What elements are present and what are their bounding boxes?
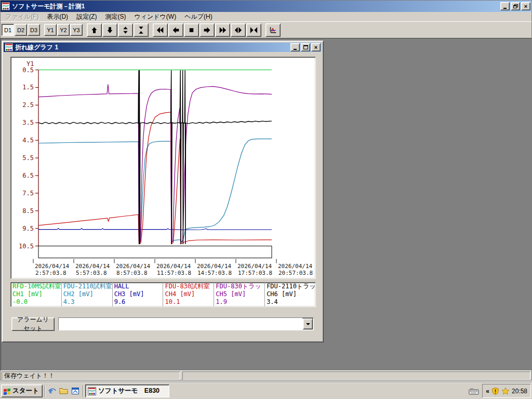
task-button-softthermo[interactable]: ソフトサーモ E830 <box>85 384 169 397</box>
menu-item[interactable]: 測定(S) <box>101 12 130 21</box>
shield-icon[interactable] <box>491 387 499 395</box>
line-chart: Y10.51.52.53.54.55.56.57.58.59.510.52026… <box>10 57 316 279</box>
up-arrow-button[interactable] <box>87 23 102 37</box>
toolbar-button-y1[interactable]: Y1 <box>44 24 57 36</box>
toolbar-button-y2[interactable]: Y2 <box>57 24 70 36</box>
left-arrow-icon <box>172 25 180 35</box>
legend-value: 3.4 <box>267 298 315 306</box>
expand-vertical-button[interactable] <box>118 23 133 37</box>
start-button[interactable]: スタート <box>1 384 43 397</box>
expand-horizontal-button[interactable] <box>231 23 246 37</box>
menu-item[interactable]: 表示(D) <box>43 12 72 21</box>
svg-text:11:57:03.8: 11:57:03.8 <box>157 270 191 276</box>
chart-canvas: Y10.51.52.53.54.55.56.57.58.59.510.52026… <box>11 57 314 277</box>
legend-channel: CH6 [mV] <box>267 290 315 298</box>
down-arrow-button[interactable] <box>102 23 117 37</box>
app-window: ソフトサーモ計測－計測1 × ファイル(F)表示(D)設定(Z)測定(S)ウィン… <box>0 0 532 380</box>
svg-text:2026/04/14: 2026/04/14 <box>35 263 70 270</box>
expand-vertical-icon <box>122 25 129 35</box>
legend-name: FDU-830試料室 <box>165 283 214 290</box>
taskbar-divider <box>44 385 45 397</box>
graph-minimize-button[interactable] <box>290 43 300 51</box>
svg-text:2.5: 2.5 <box>22 101 34 109</box>
graph-window-title: 折れ線グラフ 1 <box>15 43 289 52</box>
legend-channel: CH5 [mV] <box>216 290 264 298</box>
graph-close-button[interactable]: × <box>311 43 321 51</box>
collapse-vertical-button[interactable] <box>134 23 149 37</box>
minimize-button[interactable] <box>500 2 510 10</box>
skip-back-icon <box>156 25 164 35</box>
graph-maximize-button[interactable] <box>301 43 310 51</box>
left-arrow-button[interactable] <box>168 23 183 37</box>
right-arrow-button[interactable] <box>200 23 215 37</box>
window-icon[interactable] <box>70 384 81 397</box>
graph-window-titlebar[interactable]: 折れ線グラフ 1 × <box>4 43 322 52</box>
menu-item[interactable]: 設定(Z) <box>72 12 101 21</box>
legend-name: FDU-830トラッ <box>216 283 264 290</box>
svg-text:0.5: 0.5 <box>22 66 34 74</box>
svg-text:2:57:03.8: 2:57:03.8 <box>35 270 66 276</box>
windows-logo-icon <box>3 388 11 395</box>
keyboard-icon[interactable] <box>469 388 479 395</box>
legend-cell-ch3: HALLCH3 [mV]9.6 <box>113 283 164 307</box>
legend-channel: CH4 [mV] <box>165 290 214 298</box>
menu-item[interactable]: ウィンドウ(W) <box>130 12 180 21</box>
alarm-combobox[interactable] <box>58 317 314 330</box>
legend-name: HALL <box>114 283 163 290</box>
svg-text:10.5: 10.5 <box>19 243 34 250</box>
collapse-vertical-icon <box>137 25 145 35</box>
legend-channel: CH1 [mV] <box>12 290 61 298</box>
stop-icon <box>188 25 195 35</box>
graph-window: 折れ線グラフ 1 × Y10.51.52.53.54.55.56.57.58.5… <box>2 41 324 342</box>
legend-channel: CH2 [mV] <box>63 290 112 298</box>
app-icon <box>2 2 10 10</box>
chevron-down-icon <box>306 323 310 325</box>
alarm-combobox-value[interactable] <box>59 318 302 330</box>
ie-icon[interactable]: e <box>47 384 58 397</box>
close-button[interactable]: × <box>521 2 530 10</box>
legend-name: RFD-10MS試料室 <box>12 283 61 290</box>
toolbar-button-d3[interactable]: D3 <box>28 24 40 36</box>
tray-chevron[interactable]: « <box>486 388 489 395</box>
legend-value: 4.3 <box>63 298 112 306</box>
svg-text:6.5: 6.5 <box>22 172 34 179</box>
svg-text:9.5: 9.5 <box>22 225 34 232</box>
taskbar: スタート e ソフトサーモ E830 « 20:58 <box>0 382 532 399</box>
toolbar-button-d1[interactable]: D1 <box>2 24 14 36</box>
svg-text:5.5: 5.5 <box>22 154 34 162</box>
status-panel-right <box>182 371 530 380</box>
menu-item[interactable]: ヘルプ(H) <box>180 12 217 21</box>
menubar: ファイル(F)表示(D)設定(Z)測定(S)ウィンドウ(W)ヘルプ(H) <box>1 12 531 21</box>
collapse-horizontal-button[interactable] <box>246 23 261 37</box>
legend-cell-ch6: FDU-2110トラッCH6 [mV]3.4 <box>265 283 315 307</box>
skip-forward-button[interactable] <box>215 23 230 37</box>
svg-text:2026/04/14: 2026/04/14 <box>237 263 272 270</box>
graph-setup-button[interactable] <box>265 23 281 37</box>
restore-button[interactable] <box>511 2 520 10</box>
svg-text:8.5: 8.5 <box>22 207 34 215</box>
collapse-horizontal-icon <box>250 25 258 35</box>
menu-item[interactable]: ファイル(F) <box>1 12 43 21</box>
svg-text:4.5: 4.5 <box>22 137 34 144</box>
legend-name: FDU-2110トラッ <box>267 283 315 290</box>
svg-text:17:57:03.8: 17:57:03.8 <box>238 270 272 276</box>
svg-text:e: e <box>49 387 52 395</box>
svg-text:2026/04/14: 2026/04/14 <box>278 263 313 270</box>
skip-back-button[interactable] <box>153 23 168 37</box>
toolbar-button-d2[interactable]: D2 <box>15 24 27 36</box>
toolbar-button-y3[interactable]: Y3 <box>70 24 83 36</box>
star-icon[interactable] <box>501 387 510 395</box>
svg-text:2026/04/14: 2026/04/14 <box>116 263 151 270</box>
app-icon <box>88 387 96 395</box>
toolbar: D1D2D3Y1Y2Y3 <box>1 21 531 38</box>
combobox-dropdown-button[interactable] <box>303 318 313 329</box>
legend-value: 1.9 <box>216 298 264 306</box>
status-message: 保存ウェイト！！ <box>2 371 180 380</box>
folder-icon[interactable] <box>58 384 70 397</box>
app-titlebar[interactable]: ソフトサーモ計測－計測1 × <box>1 1 531 12</box>
screen: ソフトサーモ計測－計測1 × ファイル(F)表示(D)設定(Z)測定(S)ウィン… <box>0 0 532 399</box>
stop-button[interactable] <box>184 23 199 37</box>
system-tray: « 20:58 <box>482 384 531 398</box>
alarm-reset-button[interactable]: アラームリセット <box>11 317 55 331</box>
svg-text:2026/04/14: 2026/04/14 <box>156 263 191 270</box>
